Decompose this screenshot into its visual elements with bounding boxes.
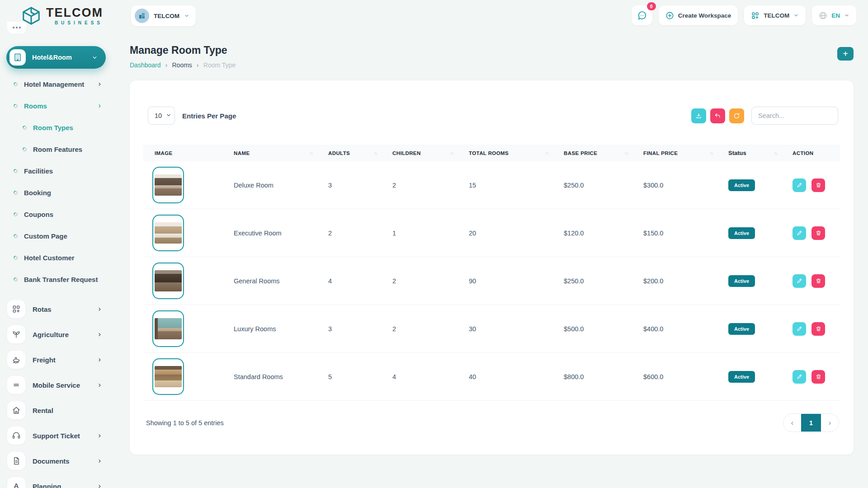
sidebar-item-facilities[interactable]: Facilities [0,160,112,182]
cell-base-price: $500.0 [564,305,643,353]
breadcrumb-rooms[interactable]: Rooms [172,61,192,69]
status-badge[interactable]: Active [728,227,755,239]
room-photo [155,222,182,244]
sidebar-group-hotel-room[interactable]: Hotel&Room [6,46,106,69]
pencil-icon [797,230,802,236]
sidebar-item-planning[interactable]: A Planning [0,474,112,488]
cell-adults: 2 [328,209,392,257]
sidebar-item-documents[interactable]: Documents [0,448,112,474]
sidebar-item-rotas[interactable]: Rotas [0,296,112,322]
sidebar-item-freight[interactable]: Freight [0,347,112,372]
sort-icon[interactable]: ↑↓ [545,151,548,155]
sort-icon[interactable]: ↑↓ [374,151,377,155]
chevron-right-icon [97,433,102,438]
sidebar-item-agriculture[interactable]: Agriculture [0,322,112,347]
delete-button[interactable] [811,178,825,192]
chat-icon [637,10,647,20]
header-final-price[interactable]: FINAL PRICE↑↓ [643,145,728,161]
chevron-right-icon [97,307,102,312]
chevron-right-icon [97,383,102,388]
sort-icon[interactable]: ↑↓ [774,151,777,155]
room-photo [155,366,182,387]
room-image[interactable] [152,310,184,347]
header-name[interactable]: NAME↑↓ [234,145,328,161]
header-children[interactable]: CHILDREN↑↓ [392,145,469,161]
edit-button[interactable] [793,274,806,288]
room-image[interactable] [152,167,184,203]
status-badge[interactable]: Active [728,371,755,383]
sidebar-item-hotel-customer[interactable]: Hotel Customer [0,247,112,268]
edit-button[interactable] [793,178,806,192]
sidebar-item-rooms[interactable]: Rooms [0,95,112,117]
delete-button[interactable] [811,274,825,288]
sidebar-item-custom-page[interactable]: Custom Page [0,225,112,247]
trash-icon [816,230,821,236]
search-input[interactable] [751,107,838,125]
cell-children: 2 [392,305,469,353]
equals-icon [7,376,25,394]
status-badge[interactable]: Active [728,179,755,191]
sidebar-item-coupons[interactable]: Coupons [0,203,112,225]
undo-button[interactable] [710,108,725,123]
sidebar-item-rental[interactable]: Rental [0,398,112,423]
status-badge[interactable]: Active [728,275,755,287]
sidebar-item-booking[interactable]: Booking [0,182,112,203]
bullet-icon [13,277,19,282]
globe-icon [819,11,827,20]
trash-icon [816,374,821,380]
status-badge[interactable]: Active [728,323,755,335]
sort-icon[interactable]: ↑↓ [710,151,713,155]
workspace-label: TELCOM [154,13,179,19]
sidebar-item-room-types[interactable]: Room Types [0,117,112,138]
workspace-selector[interactable]: TELCOM [131,5,196,26]
cell-total-rooms: 15 [469,161,564,209]
letter-a-icon: A [7,477,25,488]
grid-plus-icon [751,11,760,20]
sort-icon[interactable]: ↑↓ [625,151,628,155]
edit-button[interactable] [793,322,806,336]
chevron-down-icon [793,13,799,18]
sidebar-item-support-ticket[interactable]: Support Ticket [0,423,112,448]
sort-icon[interactable]: ↑↓ [310,151,313,155]
cell-name: Luxury Rooms [234,305,328,353]
delete-button[interactable] [811,370,825,384]
chevron-down-icon [844,13,849,18]
sidebar-item-room-features[interactable]: Room Features [0,138,112,160]
delete-button[interactable] [811,322,825,336]
header-status[interactable]: Status↑↓ [728,145,793,161]
room-image[interactable] [152,263,184,299]
cell-final-price: $400.0 [643,305,728,353]
sidebar-item-hotel-management[interactable]: Hotel Management [0,73,112,95]
cell-base-price: $250.0 [564,257,643,305]
pagination-next-button[interactable]: › [821,414,839,432]
export-button[interactable] [691,108,706,123]
room-image[interactable] [152,358,184,395]
bullet-icon [13,81,19,87]
breadcrumb-separator: › [197,61,199,69]
refresh-button[interactable] [729,108,744,123]
edit-button[interactable] [793,226,806,240]
language-label: EN [831,12,840,19]
breadcrumb-dashboard[interactable]: Dashboard [130,61,161,69]
header-base-price[interactable]: BASE PRICE↑↓ [564,145,643,161]
pagination-prev-button[interactable]: ‹ [783,414,801,432]
sidebar-item-bank-transfer-request[interactable]: Bank Transfer Request [0,268,112,290]
delete-button[interactable] [811,226,825,240]
sidebar-item-mobile-service[interactable]: Mobile Service [0,372,112,398]
cell-adults: 5 [328,353,392,401]
chat-button[interactable]: 0 [632,5,652,25]
room-image[interactable] [152,215,184,251]
cell-total-rooms: 20 [469,209,564,257]
pencil-icon [797,278,802,284]
header-total-rooms[interactable]: TOTAL ROOMS↑↓ [469,145,564,161]
create-workspace-button[interactable]: Create Workspace [659,5,738,25]
add-room-type-button[interactable]: + [837,47,854,61]
pagination-page-1[interactable]: 1 [801,414,821,432]
pencil-icon [797,374,802,380]
entries-per-page-select[interactable]: 10 [148,107,175,125]
edit-button[interactable] [793,370,806,384]
header-adults[interactable]: ADULTS↑↓ [328,145,392,161]
language-selector[interactable]: EN [812,5,856,25]
org-selector[interactable]: TELCOM [744,5,806,25]
sort-icon[interactable]: ↑↓ [450,151,453,155]
